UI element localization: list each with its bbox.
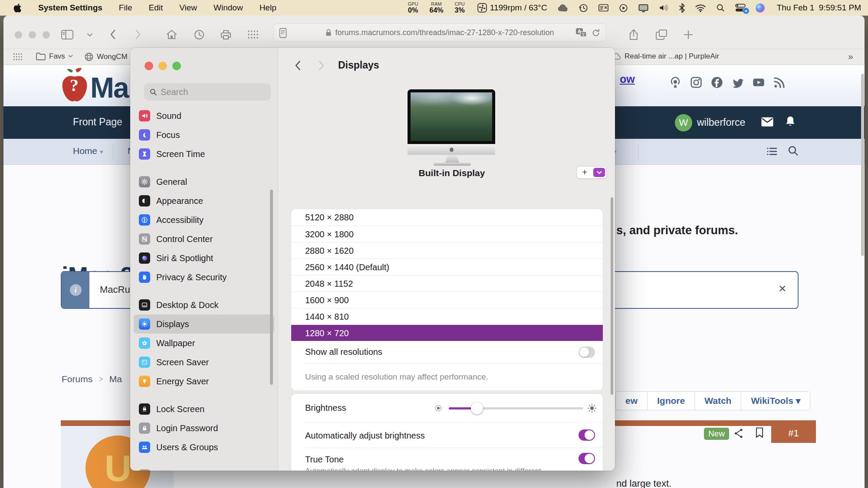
- menubar-stat-cpu[interactable]: CPU3%: [455, 2, 465, 14]
- sidebar-item-users-groups[interactable]: Users & Groups: [134, 438, 274, 457]
- resolution-option-2880-1620[interactable]: 2880 × 1620: [291, 242, 603, 259]
- volume-icon[interactable]: [658, 3, 669, 13]
- add-display-button[interactable]: +: [582, 167, 587, 177]
- apple-menu-icon[interactable]: [13, 3, 22, 13]
- sidebar-item-displays[interactable]: Displays: [134, 314, 274, 334]
- forward-button[interactable]: [135, 29, 141, 40]
- sidebar-chevron-icon[interactable]: [87, 33, 93, 37]
- sidebar-item-privacy-security[interactable]: Privacy & Security: [134, 268, 274, 287]
- menubar-menu-file[interactable]: File: [119, 3, 132, 13]
- menubar-menu-edit[interactable]: Edit: [148, 3, 163, 13]
- menubar-menu-window[interactable]: Window: [214, 3, 243, 13]
- sidebar-item-control-center[interactable]: Control Center: [134, 229, 274, 249]
- bookmark-wongcm[interactable]: WongCM: [84, 52, 128, 62]
- menubar-stat-gpu[interactable]: GPU0%: [408, 2, 418, 14]
- forum-search-icon[interactable]: [787, 145, 799, 157]
- sidebar-scrollbar[interactable]: [270, 190, 273, 385]
- brightness-track[interactable]: [449, 407, 583, 409]
- now-link[interactable]: ow: [620, 73, 635, 85]
- window-zoom-button[interactable]: [43, 31, 50, 39]
- sidebar-item-screen-saver[interactable]: Screen Saver: [134, 353, 274, 372]
- breadcrumb-partial[interactable]: Ma: [109, 374, 122, 384]
- menubar-stat-ram[interactable]: RAM64%: [430, 2, 444, 14]
- sidebar-item-siri-spotlight[interactable]: Siri & Spotlight: [134, 249, 274, 268]
- username-link[interactable]: wilberforce: [697, 117, 745, 128]
- menubar-app-name[interactable]: System Settings: [38, 3, 102, 13]
- macrumors-logo-icon[interactable]: ?: [60, 67, 89, 104]
- sidebar-item-screen-time[interactable]: Screen Time: [134, 144, 274, 164]
- nav-home[interactable]: Home▾: [73, 146, 103, 156]
- resolution-option-2560-1440-default[interactable]: 2560 × 1440 (Default): [291, 259, 603, 275]
- mail-icon[interactable]: [761, 117, 774, 127]
- resolution-option-1440-810[interactable]: 1440 × 810: [291, 308, 603, 324]
- youtube-icon[interactable]: [752, 75, 766, 89]
- settings-zoom-button[interactable]: [172, 62, 181, 70]
- thread-list-icon[interactable]: [766, 146, 778, 157]
- spotlight-icon[interactable]: [716, 3, 725, 13]
- add-display-dropdown[interactable]: [593, 168, 605, 177]
- settings-forward-button[interactable]: [319, 60, 325, 71]
- sidebar-toggle-icon[interactable]: [61, 29, 74, 40]
- post-share-icon[interactable]: [733, 428, 744, 439]
- resolution-option-2048-1152[interactable]: 2048 × 1152: [291, 275, 603, 291]
- rss-icon[interactable]: [773, 75, 786, 89]
- control-center-icon[interactable]: [735, 3, 746, 13]
- cloud-status-icon[interactable]: [557, 3, 569, 13]
- sidebar-item-energy-saver[interactable]: Energy Saver: [134, 372, 274, 391]
- brightness-knob[interactable]: [471, 402, 483, 414]
- sidebar-item-accessibility[interactable]: Accessibility: [134, 210, 274, 229]
- sidebar-item-login-password[interactable]: Login Password: [134, 419, 274, 438]
- bookmarks-grid-icon[interactable]: [13, 52, 23, 61]
- sidebar-item-appearance[interactable]: Appearance: [134, 191, 274, 210]
- menubar-clock[interactable]: Thu Feb 1 9:59:51 PM: [777, 3, 861, 13]
- podcast-icon[interactable]: [668, 75, 682, 89]
- sidebar-item-desktop-dock[interactable]: Desktop & Dock: [134, 295, 274, 314]
- window-close-button[interactable]: [15, 31, 22, 39]
- sidebar-item-partial[interactable]: [134, 465, 274, 471]
- settings-close-button[interactable]: [145, 62, 153, 70]
- home-button[interactable]: [166, 29, 178, 40]
- fan-widget[interactable]: 1199rpm / 63°C: [477, 3, 547, 13]
- resolution-option-3200-1800[interactable]: 3200 × 1800: [291, 226, 603, 242]
- twitter-icon[interactable]: [731, 75, 745, 89]
- user-avatar[interactable]: W: [675, 114, 692, 131]
- post-number[interactable]: #1: [771, 420, 816, 443]
- instagram-icon[interactable]: [689, 75, 703, 89]
- bluetooth-icon[interactable]: [679, 3, 685, 13]
- resolution-option-5120-2880[interactable]: 5120 × 2880: [291, 209, 603, 226]
- resolution-option-1280-720[interactable]: 1280 × 720: [291, 324, 603, 341]
- macrumors-logo-text[interactable]: Ma: [90, 71, 128, 104]
- settings-back-button[interactable]: [295, 60, 301, 71]
- play-circle-icon[interactable]: [618, 3, 628, 13]
- front-page-link[interactable]: Front Page: [73, 116, 122, 128]
- new-tab-button[interactable]: [683, 29, 694, 40]
- bookmarks-overflow-chevron[interactable]: »: [848, 51, 853, 62]
- reader-icon[interactable]: [279, 28, 287, 38]
- keyboard-viewer-icon[interactable]: [598, 3, 609, 13]
- auto-brightness-toggle[interactable]: [579, 429, 595, 441]
- bookmark-purpleair[interactable]: Real-time air ...ap | PurpleAir: [611, 52, 719, 61]
- sidebar-item-sound[interactable]: Sound: [134, 106, 274, 125]
- facebook-icon[interactable]: [710, 75, 724, 89]
- extensions-grid-icon[interactable]: [247, 30, 259, 39]
- window-minimize-button[interactable]: [29, 31, 36, 39]
- thread-button-watch[interactable]: Watch: [694, 392, 741, 410]
- print-button[interactable]: [220, 29, 232, 40]
- sidebar-item-wallpaper[interactable]: Wallpaper: [134, 334, 274, 353]
- menubar-menu-help[interactable]: Help: [260, 3, 276, 13]
- time-machine-icon[interactable]: [579, 3, 589, 13]
- true-tone-toggle[interactable]: [579, 453, 595, 464]
- bell-icon[interactable]: [785, 115, 796, 128]
- thread-button-ew[interactable]: ew: [616, 392, 647, 410]
- tab-overview-button[interactable]: [655, 29, 667, 40]
- pane-scrollbar[interactable]: [611, 197, 613, 395]
- display-mirroring-icon[interactable]: [638, 3, 649, 13]
- sidebar-item-general[interactable]: General: [134, 172, 274, 191]
- breadcrumb-forums[interactable]: Forums: [62, 374, 92, 384]
- back-button[interactable]: [109, 29, 116, 40]
- sidebar-item-lock-screen[interactable]: Lock Screen: [134, 400, 274, 419]
- share-button[interactable]: [628, 29, 639, 41]
- bookmark-favs-folder[interactable]: Favs: [36, 52, 73, 61]
- show-all-toggle[interactable]: [579, 347, 595, 358]
- address-bar[interactable]: forums.macrumors.com/threads/imac-27-128…: [273, 23, 606, 42]
